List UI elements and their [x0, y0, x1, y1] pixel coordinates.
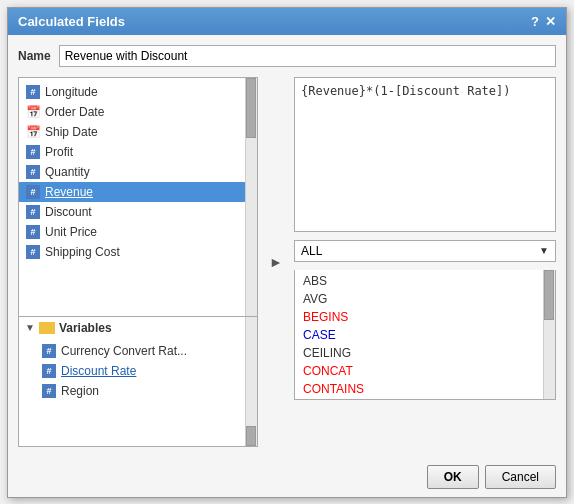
field-item-ship-date[interactable]: 📅Ship Date — [19, 122, 257, 142]
field-item-order-date[interactable]: 📅Order Date — [19, 102, 257, 122]
field-list-container: #Longitude📅Order Date📅Ship Date#Profit#Q… — [18, 77, 258, 317]
hash-icon: # — [41, 383, 57, 399]
functions-dropdown-label: ALL — [301, 244, 322, 258]
left-panel: #Longitude📅Order Date📅Ship Date#Profit#Q… — [18, 77, 258, 447]
function-item-concat[interactable]: CONCAT — [295, 362, 555, 380]
variable-item-currency-convert-rate[interactable]: #Currency Convert Rat... — [35, 341, 257, 361]
functions-scrollbar[interactable] — [543, 270, 555, 399]
field-label: Shipping Cost — [45, 245, 120, 259]
functions-row: ALL ▼ — [294, 240, 556, 262]
field-label: Quantity — [45, 165, 90, 179]
field-label: Longitude — [45, 85, 98, 99]
name-label: Name — [18, 49, 51, 63]
calendar-icon: 📅 — [25, 104, 41, 120]
dialog-footer: OK Cancel — [8, 457, 566, 497]
main-content: #Longitude📅Order Date📅Ship Date#Profit#Q… — [18, 77, 556, 447]
field-item-unit-price[interactable]: #Unit Price — [19, 222, 257, 242]
field-item-discount[interactable]: #Discount — [19, 202, 257, 222]
field-item-profit[interactable]: #Profit — [19, 142, 257, 162]
hash-icon: # — [41, 363, 57, 379]
field-item-quantity[interactable]: #Quantity — [19, 162, 257, 182]
field-item-revenue[interactable]: #Revenue — [19, 182, 257, 202]
functions-scrollbar-thumb[interactable] — [544, 270, 554, 320]
function-item-count[interactable]: COUNT — [295, 398, 555, 399]
field-item-longitude[interactable]: #Longitude — [19, 82, 257, 102]
dialog-controls: ? ✕ — [531, 14, 556, 29]
variables-folder-icon — [39, 322, 55, 334]
variables-section: ▼ Variables #Currency Convert Rat...#Dis… — [18, 317, 258, 447]
help-button[interactable]: ? — [531, 14, 539, 29]
dialog-title: Calculated Fields — [18, 14, 125, 29]
field-item-shipping-cost[interactable]: #Shipping Cost — [19, 242, 257, 262]
variable-item-region[interactable]: #Region — [35, 381, 257, 401]
field-label: Profit — [45, 145, 73, 159]
cancel-button[interactable]: Cancel — [485, 465, 556, 489]
formula-box[interactable]: {Revenue}*(1-[Discount Rate]) — [294, 77, 556, 232]
function-item-case[interactable]: CASE — [295, 326, 555, 344]
dialog-body: Name #Longitude📅Order Date📅Ship Date#Pro… — [8, 35, 566, 457]
field-list-scrollbar-thumb[interactable] — [246, 78, 256, 138]
variables-header[interactable]: ▼ Variables — [19, 317, 257, 339]
name-row: Name — [18, 45, 556, 67]
field-label: Unit Price — [45, 225, 97, 239]
field-label: Discount — [45, 205, 92, 219]
hash-icon: # — [25, 84, 41, 100]
field-list: #Longitude📅Order Date📅Ship Date#Profit#Q… — [19, 78, 257, 316]
right-panel: {Revenue}*(1-[Discount Rate]) ALL ▼ ABSA… — [294, 77, 556, 447]
variables-scrollbar-thumb[interactable] — [246, 426, 256, 446]
field-label: Ship Date — [45, 125, 98, 139]
field-label: Order Date — [45, 105, 104, 119]
hash-icon: # — [41, 343, 57, 359]
dialog-titlebar: Calculated Fields ? ✕ — [8, 8, 566, 35]
function-item-avg[interactable]: AVG — [295, 290, 555, 308]
name-input[interactable] — [59, 45, 556, 67]
calculated-fields-dialog: Calculated Fields ? ✕ Name #Longitude📅Or… — [7, 7, 567, 498]
variables-scrollbar[interactable] — [245, 317, 257, 446]
functions-list: ABSAVGBEGINSCASECEILINGCONCATCONTAINSCOU… — [295, 270, 555, 399]
variable-item-discount-rate[interactable]: #Discount Rate — [35, 361, 257, 381]
center-panel: ► — [266, 77, 286, 447]
calendar-icon: 📅 — [25, 124, 41, 140]
function-item-abs[interactable]: ABS — [295, 272, 555, 290]
insert-arrow-button[interactable]: ► — [269, 254, 283, 270]
functions-list-container: ABSAVGBEGINSCASECEILINGCONCATCONTAINSCOU… — [294, 270, 556, 400]
hash-icon: # — [25, 184, 41, 200]
function-item-ceiling[interactable]: CEILING — [295, 344, 555, 362]
variables-label: Variables — [59, 321, 112, 335]
dropdown-arrow-icon: ▼ — [539, 245, 549, 256]
variable-label: Currency Convert Rat... — [61, 344, 187, 358]
ok-button[interactable]: OK — [427, 465, 479, 489]
variable-label: Discount Rate — [61, 364, 136, 378]
hash-icon: # — [25, 224, 41, 240]
variables-list: #Currency Convert Rat...#Discount Rate#R… — [19, 339, 257, 403]
close-button[interactable]: ✕ — [545, 14, 556, 29]
hash-icon: # — [25, 144, 41, 160]
hash-icon: # — [25, 204, 41, 220]
hash-icon: # — [25, 164, 41, 180]
field-list-scrollbar[interactable] — [245, 78, 257, 316]
functions-dropdown[interactable]: ALL ▼ — [294, 240, 556, 262]
variable-label: Region — [61, 384, 99, 398]
variables-triangle-icon: ▼ — [25, 322, 35, 333]
function-item-contains[interactable]: CONTAINS — [295, 380, 555, 398]
hash-icon: # — [25, 244, 41, 260]
field-label: Revenue — [45, 185, 93, 199]
function-item-begins[interactable]: BEGINS — [295, 308, 555, 326]
